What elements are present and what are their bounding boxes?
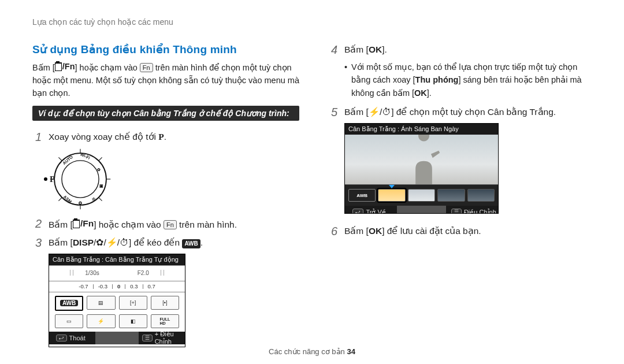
cell-drive[interactable]: ▭ [55,314,83,328]
ev-tick: 0.7 [148,283,155,289]
back-label: Trở Về [366,209,385,214]
zoom-label: Thu phóng [415,75,459,84]
exit-button[interactable]: ⮐Thoát [49,332,92,344]
step3-end: . [200,237,203,247]
wb-option-auto[interactable]: AWB [348,189,376,202]
svg-line-8 [58,198,62,202]
ok-button-label: OK [369,224,382,239]
dial-label-wifi: Wi-Fi [79,152,91,161]
wb-option-daylight[interactable] [378,189,405,202]
fn-chip-icon: Fn [164,220,177,229]
panel-exposure-row: 1/30s F2.0 [49,265,185,281]
macro-icon [96,237,103,247]
intro-text: Bấm [/Fn] hoặc chạm vào Fn trên màn hình… [32,61,299,100]
step2-post: trên màn hình. [177,220,237,229]
step-1: 1 Xoay vòng xoay chế độ tới P. [32,130,299,144]
breadcrumb: Lựa chọn các tuỳ chọn hoặc các menu [32,17,595,27]
dial-indicator-dot [44,177,47,181]
svg-line-9 [99,198,102,202]
svg-text:▣: ▣ [99,183,103,188]
flash-icon [369,107,380,117]
step1-text: Xoay vòng xoay chế độ tới [49,132,158,142]
page-number: 34 [347,347,355,356]
fn-chip-icon: Fn [140,63,153,72]
person-silhouette-icon [403,135,444,184]
adjust-label: + Điều Chỉnh [155,330,185,346]
ev-tick: -0.3 [98,283,107,289]
svg-text:✿: ✿ [97,168,101,173]
page-footer: Các chức năng cơ bản 34 [0,347,624,356]
flash-icon [106,237,117,247]
step3-post: ] để kéo đến [129,237,182,247]
camera-wb-preview: Cân Bằng Trắng : Ánh Sáng Ban Ngày AWB [344,123,499,214]
intro-part2: ] hoặc chạm vào [75,63,140,72]
step-number: 2 [32,217,42,232]
ev-tick: 0.3 [130,283,138,289]
adjust-button[interactable]: ☰+ Điều Chỉnh [142,332,185,344]
cell-size[interactable]: ◧ [119,314,147,328]
cell-metering[interactable]: [•] [151,296,179,310]
timer-icon [382,107,391,117]
wb-thumbnail-strip: AWB [345,185,498,206]
svg-point-1 [62,161,99,198]
mode-p-letter: P [158,132,164,142]
awb-pill-icon: AWB [182,239,200,248]
step-number: 5 [328,105,337,120]
svg-line-7 [99,158,102,161]
step4-post: ]. [382,44,387,54]
step-5: 5 Bấm [/] để chọn một tuỳ chọn Cân bằng … [328,105,595,120]
step2-mid: ] hoặc chạm vào [94,220,164,229]
camera-smart-panel: Cân Bằng Trắng : Cân Bằng Trắng Tự động … [49,254,185,347]
wb-option-fluorescent[interactable] [437,189,465,202]
step6-pre: Bấm [ [344,226,369,236]
step2-pre: Bấm [ [49,220,73,229]
wb-option-tungsten[interactable] [467,189,495,202]
step5-pre: Bấm [ [344,107,369,117]
back-icon: ⮐ [352,209,363,214]
step-number: 6 [328,224,337,239]
cell-iso[interactable]: ▤ [87,296,115,310]
step-number: 4 [328,43,337,57]
panel-title: Cân Bằng Trắng : Cân Bằng Trắng Tự động [49,254,185,265]
menu-icon: ☰ [142,335,153,341]
svg-text:✪: ✪ [78,200,82,206]
step4-pre: Bấm [ [344,44,369,54]
cell-focus[interactable]: [+] [119,296,147,310]
step4-note: Với một số mục, bạn có thể lựa chọn trực… [344,61,595,99]
cell-quality[interactable]: FULLHD [151,314,179,328]
cell-awb[interactable]: AWB [55,296,83,311]
timer-icon [120,237,129,247]
step-number: 3 [32,236,42,250]
dial-mode-p: P [50,174,55,184]
disp-label: DISP [73,237,94,247]
footer-label: Các chức năng cơ bản [269,347,347,356]
step1-end: . [164,132,166,142]
step5-post: ] để chọn một tuỳ chọn Cân bằng Trắng. [391,107,556,117]
ev-tick: -0.7 [79,283,88,289]
note-post: ]. [427,88,432,98]
intro-part1: Bấm [ [32,63,55,72]
adjust-label: Điều Chỉnh [464,209,496,214]
section-title: Sử dụng Bảng điều khiển Thông minh [32,43,299,56]
ev-slider: -0.7 -0.3 0 0.3 0.7 [49,281,185,292]
back-button[interactable]: ⮐Trở Về [345,206,393,214]
wb-option-cloudy[interactable] [408,189,435,202]
back-icon: ⮐ [56,335,67,341]
aperture-value: F2.0 [138,270,149,276]
svg-line-6 [58,158,62,161]
trash-fn-icon: /Fn [55,61,75,73]
ok-button-label: OK [414,87,427,99]
step-2: 2 Bấm [/Fn] hoặc chạm vào Fn trên màn hì… [32,217,299,232]
adjust-button[interactable]: ☰Điều Chỉnh [450,206,498,214]
svg-text:♔: ♔ [92,196,95,202]
fn-label: /Fn [80,217,94,231]
cell-flash[interactable]: ⚡ [87,314,115,328]
step-3: 3 Bấm [DISP///] để kéo đến AWB. [32,236,299,250]
panel-title: Cân Bằng Trắng : Ánh Sáng Ban Ngày [345,124,498,135]
menu-icon: ☰ [451,209,462,214]
exit-label: Thoát [69,335,86,341]
example-bar: Ví dụ: để chọn tùy chọn Cân bằng Trắng ở… [32,106,299,121]
step-4: 4 Bấm [OK]. [328,43,595,57]
panel-grid: AWB ▤ [+] [•] ▭ ⚡ ◧ FULLHD [49,292,185,332]
ev-tick: 0 [117,283,120,289]
